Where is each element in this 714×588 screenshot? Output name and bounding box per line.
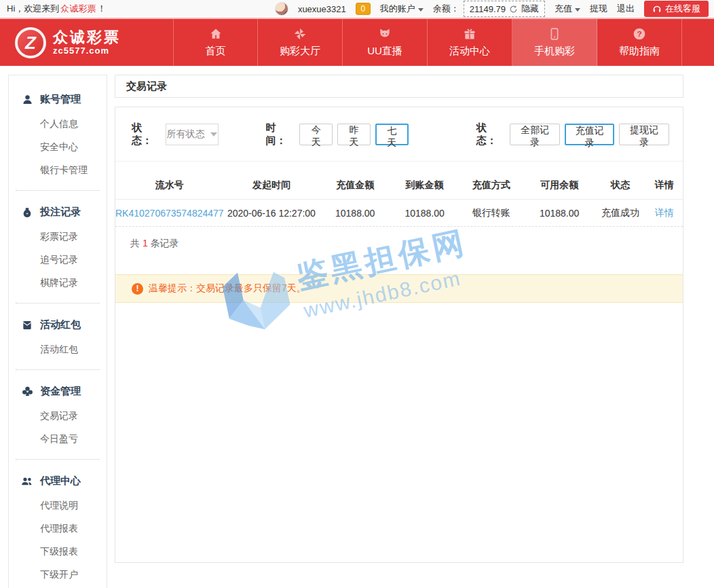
filter-bar: 状态： 所有状态 时间： 今天昨天七天 状态： 全部记录充值记录提现记录: [115, 107, 683, 162]
table-header: 流水号发起时间充值金额到账金额充值方式可用余额状态详情: [115, 171, 683, 200]
sidebar-item[interactable]: 下级报表: [9, 540, 107, 564]
table-header-cell: 充值方式: [459, 179, 524, 191]
sidebar-item[interactable]: 安全中心: [9, 136, 107, 159]
cat-icon: [378, 27, 392, 41]
divider: [16, 303, 100, 304]
moneybag-icon: +: [21, 207, 33, 218]
logo-domain: zc5577.com: [53, 45, 121, 56]
svg-text:?: ?: [637, 29, 641, 38]
nav-item-help-guide[interactable]: ?帮助指南: [597, 19, 682, 66]
main-content: 交易记录 状态： 所有状态 时间： 今天昨天七天 状态： 全部记录充值记录提现记…: [115, 75, 683, 563]
svg-text:+: +: [26, 211, 29, 215]
home-icon: [209, 27, 223, 41]
sidebar-item[interactable]: 代理说明: [9, 494, 107, 517]
table-header-cell: 到账金额: [390, 179, 458, 191]
status-dropdown-value: 所有状态: [167, 128, 205, 141]
nav-item-activity-center[interactable]: 活动中心: [428, 19, 512, 66]
summary-suffix: 条记录: [148, 238, 179, 249]
greeting-suffix: ！: [97, 3, 106, 15]
cell-status: 充值成功: [595, 207, 645, 219]
divider: [16, 190, 100, 191]
withdraw-link[interactable]: 提现: [590, 3, 607, 15]
username[interactable]: xuexue3321: [298, 4, 346, 14]
sidebar-section-title: 账号管理: [40, 93, 81, 106]
sidebar: 账号管理个人信息安全中心银行卡管理+投注记录彩票记录追号记录棋牌记录活动红包活动…: [8, 75, 107, 588]
sidebar-item[interactable]: 活动红包: [9, 338, 107, 361]
online-service-label: 在线客服: [665, 3, 700, 15]
summary-prefix: 共: [130, 238, 143, 249]
sidebar-item[interactable]: 追号记录: [9, 249, 107, 272]
nav-item-lottery-hall[interactable]: 购彩大厅: [258, 19, 343, 66]
balance-value: 21149.79: [470, 4, 506, 14]
hide-balance-toggle[interactable]: 隐藏: [521, 3, 539, 15]
table-row: RK4102706735748244772020-06-16 12:27:001…: [115, 200, 683, 227]
message-count-badge[interactable]: 0: [356, 3, 371, 15]
nav-item-label: UU直播: [367, 45, 402, 58]
sidebar-section-title: 活动红包: [40, 318, 81, 331]
sidebar-item[interactable]: 彩票记录: [9, 225, 107, 249]
caret-down-icon: [210, 132, 217, 136]
main-nav: Z 众诚彩票 zc5577.com 首页购彩大厅UU直播活动中心手机购彩?帮助指…: [0, 19, 714, 66]
sidebar-item[interactable]: 个人信息: [9, 113, 107, 136]
notice-banner: ! 温馨提示：交易记录最多只保留7天。: [115, 274, 683, 303]
notice-text: 温馨提示：交易记录最多只保留7天。: [149, 282, 306, 295]
type-filter-withdraw-records[interactable]: 提现记录: [619, 124, 669, 145]
greeting-prefix: Hi，欢迎来到: [7, 3, 59, 15]
time-filter-label: 时间：: [266, 122, 293, 147]
chevron-down-icon: [418, 8, 424, 12]
status-dropdown[interactable]: 所有状态: [166, 124, 219, 145]
sidebar-item[interactable]: 棋牌记录: [9, 272, 107, 295]
table-header-cell: 状态: [595, 179, 645, 191]
divider: [16, 369, 100, 370]
my-account-label: 我的账户: [380, 3, 415, 15]
my-account-menu[interactable]: 我的账户: [380, 3, 424, 15]
nav-item-uu-live[interactable]: UU直播: [343, 19, 428, 66]
type-filter-all-records[interactable]: 全部记录: [510, 124, 560, 145]
nav-item-mobile-lottery[interactable]: 手机购彩: [512, 19, 597, 66]
sidebar-item[interactable]: 代理报表: [9, 517, 107, 540]
sidebar-item[interactable]: 下级开户: [9, 564, 107, 587]
summary-count: 1: [143, 238, 148, 249]
headset-icon: [652, 4, 662, 14]
table-header-cell: 发起时间: [223, 179, 320, 191]
avatar[interactable]: [275, 2, 288, 16]
records-panel: 状态： 所有状态 时间： 今天昨天七天 状态： 全部记录充值记录提现记录 流水号…: [115, 107, 683, 563]
cell-balance: 10188.00: [524, 208, 595, 219]
sidebar-item[interactable]: 交易记录: [9, 405, 107, 428]
site-logo[interactable]: Z 众诚彩票 zc5577.com: [0, 19, 173, 66]
phone-icon: [548, 27, 561, 41]
logout-link[interactable]: 退出: [617, 3, 635, 15]
recharge-menu[interactable]: 充值: [555, 3, 580, 15]
sidebar-item[interactable]: 今日盈亏: [9, 428, 107, 451]
time-filter-today[interactable]: 今天: [299, 124, 333, 145]
sidebar-section-agent-center[interactable]: 代理中心: [9, 468, 107, 494]
type-filter-recharge-records[interactable]: 充值记录: [565, 124, 615, 145]
online-service-button[interactable]: 在线客服: [644, 1, 709, 17]
warning-icon: !: [132, 283, 143, 295]
welcome-message: Hi，欢迎来到 众诚彩票 ！: [7, 3, 106, 15]
sidebar-section-red-packet[interactable]: 活动红包: [9, 312, 107, 338]
withdraw-label: 提现: [590, 3, 607, 15]
balance-box[interactable]: 21149.79 隐藏: [464, 1, 545, 17]
sidebar-section-funds[interactable]: 资金管理: [9, 378, 107, 405]
pinwheel-icon: [293, 27, 307, 41]
brand-name: 众诚彩票: [60, 3, 96, 15]
table-header-cell: 充值金额: [320, 179, 391, 191]
sidebar-section-betting-records[interactable]: +投注记录: [9, 199, 107, 225]
sidebar-item[interactable]: 银行卡管理: [9, 159, 107, 182]
refresh-icon[interactable]: [509, 5, 518, 14]
table-header-cell: 详情: [646, 179, 683, 191]
cell-detail[interactable]: 详情: [646, 207, 683, 219]
sidebar-section-title: 代理中心: [40, 475, 81, 488]
red-envelope-icon: [21, 320, 33, 331]
logo-title: 众诚彩票: [53, 29, 121, 45]
nav-item-home[interactable]: 首页: [173, 19, 258, 66]
topbar: Hi，欢迎来到 众诚彩票 ！ xuexue3321 0 我的账户 余额： 211…: [0, 0, 714, 19]
cell-serial[interactable]: RK410270673574824477: [115, 208, 223, 219]
nav-item-label: 活动中心: [449, 45, 490, 58]
nav-item-label: 购彩大厅: [280, 45, 320, 58]
sidebar-section-account[interactable]: 账号管理: [9, 86, 107, 113]
page-title: 交易记录: [115, 75, 683, 98]
time-filter-yesterday[interactable]: 昨天: [337, 124, 371, 145]
time-filter-seven-days[interactable]: 七天: [375, 124, 409, 145]
